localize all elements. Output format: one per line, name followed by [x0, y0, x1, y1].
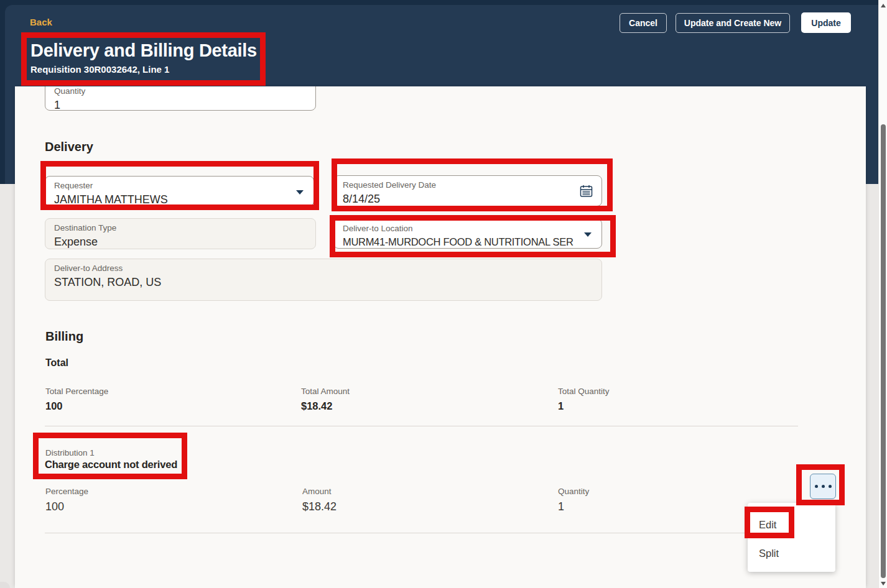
divider — [45, 533, 798, 533]
quantity-col-label: Quantity — [558, 487, 589, 496]
billing-heading: Billing — [45, 329, 83, 344]
requested-delivery-date-label: Requested Delivery Date — [343, 180, 593, 191]
quantity-label: Quantity — [54, 86, 307, 97]
requester-field[interactable]: Requester JAMITHA MATTHEWS — [45, 176, 314, 206]
destination-type-value: Expense — [54, 236, 307, 249]
back-link[interactable]: Back — [30, 17, 52, 27]
destination-type-field: Destination Type Expense — [45, 218, 316, 249]
requested-delivery-date-field[interactable]: Requested Delivery Date 8/14/25 — [333, 175, 602, 206]
requester-label: Requester — [54, 181, 305, 191]
cancel-button[interactable]: Cancel — [620, 13, 667, 33]
total-quantity-label: Total Quantity — [558, 387, 610, 396]
row-actions-ellipsis-button[interactable] — [810, 474, 836, 499]
amount-value: $18.42 — [302, 500, 337, 513]
page-subtitle: Requisition 30R0032642, Line 1 — [30, 64, 169, 75]
total-heading: Total — [45, 357, 68, 369]
distribution-label: Distribution 1 — [45, 448, 95, 457]
page: Back Delivery and Billing Details Requis… — [0, 0, 887, 588]
update-and-create-new-button[interactable]: Update and Create New — [676, 13, 790, 33]
destination-type-label: Destination Type — [54, 223, 307, 234]
chevron-down-icon[interactable] — [296, 190, 304, 195]
chevron-down-icon[interactable] — [584, 232, 592, 237]
percentage-label: Percentage — [45, 487, 88, 496]
total-amount-label: Total Amount — [301, 387, 350, 396]
menu-item-edit[interactable]: Edit — [748, 510, 835, 539]
total-quantity-value: 1 — [558, 400, 564, 412]
scrollbar-down-arrow[interactable] — [881, 582, 886, 586]
quantity-field[interactable]: Quantity 1 — [45, 86, 316, 111]
total-percentage-value: 100 — [45, 400, 63, 412]
total-percentage-label: Total Percentage — [45, 387, 108, 396]
menu-item-split[interactable]: Split — [748, 539, 835, 567]
calendar-icon[interactable] — [580, 185, 593, 200]
requested-delivery-date-value: 8/14/25 — [343, 193, 593, 206]
percentage-value: 100 — [45, 500, 64, 513]
content-card: Quantity 1 Delivery Requester JAMITHA MA… — [15, 86, 866, 588]
requester-value: JAMITHA MATTHEWS — [54, 193, 305, 206]
deliver-to-location-field[interactable]: Deliver-to Location MURM41-MURDOCH FOOD … — [333, 219, 602, 249]
update-button[interactable]: Update — [801, 12, 851, 33]
deliver-to-location-label: Deliver-to Location — [343, 224, 593, 234]
scrollbar-thumb[interactable] — [881, 124, 886, 578]
deliver-to-address-label: Deliver-to Address — [54, 264, 593, 274]
amount-label: Amount — [302, 487, 332, 496]
scrollbar[interactable] — [878, 0, 887, 588]
ellipsis-icon — [815, 485, 818, 488]
scrollbar-up-arrow[interactable] — [881, 4, 886, 7]
divider — [45, 426, 798, 426]
delivery-heading: Delivery — [45, 140, 93, 154]
total-amount-value: $18.42 — [301, 400, 332, 412]
page-title: Delivery and Billing Details — [30, 40, 257, 61]
deliver-to-address-value: STATION, ROAD, US — [54, 276, 593, 289]
corner-artifact — [0, 582, 10, 588]
row-actions-menu: Edit Split — [748, 503, 835, 572]
quantity-row-value: 1 — [558, 500, 564, 513]
charge-account-status: Charge account not derived — [45, 459, 177, 471]
deliver-to-address-field: Deliver-to Address STATION, ROAD, US — [45, 259, 602, 301]
deliver-to-location-value: MURM41-MURDOCH FOOD & NUTRITIONAL SER — [343, 236, 593, 248]
quantity-value: 1 — [54, 99, 307, 112]
